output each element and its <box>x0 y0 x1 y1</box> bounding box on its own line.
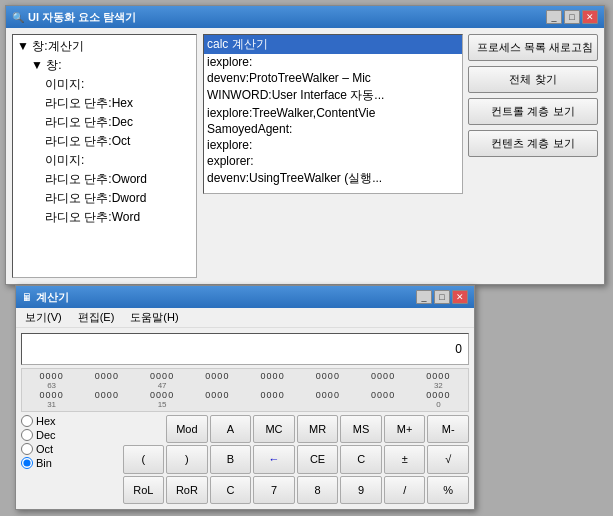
mode-bin-label[interactable]: Bin <box>21 457 76 469</box>
process-item-samoyed[interactable]: SamoyedAgent: <box>204 121 462 137</box>
calc-maximize-button[interactable]: □ <box>434 290 450 304</box>
tree-panel[interactable]: ▼ 창:계산기 ▼ 창: 이미지: 라디오 단추:Hex 라디오 단추:Dec … <box>12 34 197 278</box>
btn-c2[interactable]: C <box>210 476 252 504</box>
calc-icon: 🖩 <box>22 292 32 303</box>
bit-group-32[interactable]: 0000 32 <box>412 371 465 390</box>
calc-title-controls: _ □ ✕ <box>416 290 468 304</box>
btn-lparen[interactable]: ( <box>123 445 165 473</box>
btn-percent[interactable]: % <box>427 476 469 504</box>
btn-7[interactable]: 7 <box>253 476 295 504</box>
bit-group-31[interactable]: 0000 31 <box>25 390 78 409</box>
find-all-button[interactable]: 전체 찾기 <box>468 66 598 93</box>
bit-group-0[interactable]: 0000 0 <box>412 390 465 409</box>
tree-item-hex[interactable]: 라디오 단추:Hex <box>43 94 194 113</box>
bit-group-63[interactable]: 0000 63 <box>25 371 78 390</box>
tree-expand-icon-child: ▼ <box>31 58 46 72</box>
refresh-button[interactable]: 프로세스 목록 새로고침 <box>468 34 598 61</box>
btn-mplus[interactable]: M+ <box>384 415 426 443</box>
process-item-explorer[interactable]: explorer: <box>204 153 462 169</box>
calc-grid: Mod A MC MR MS M+ M- ( ) B ← CE C ± √ Ro… <box>79 415 469 504</box>
calc-display-value: 0 <box>455 342 462 356</box>
bit-group-12[interactable]: 0000 <box>191 390 244 409</box>
btn-rol[interactable]: RoL <box>123 476 165 504</box>
btn-ce[interactable]: CE <box>297 445 339 473</box>
process-item-iexplore1[interactable]: iexplore: <box>204 54 462 70</box>
process-list[interactable]: calc 계산기 iexplore: devenv:ProtoTreeWalke… <box>203 34 463 194</box>
process-item-iexplore2[interactable]: iexplore:TreeWalker,ContentVie <box>204 105 462 121</box>
btn-mr[interactable]: MR <box>297 415 339 443</box>
bit-group-47[interactable]: 0000 47 <box>136 371 189 390</box>
menu-help[interactable]: 도움말(H) <box>127 309 181 326</box>
tree-expand-icon: ▼ <box>17 39 32 53</box>
tree-leaf-items: 이미지: 라디오 단추:Hex 라디오 단추:Dec 라디오 단추:Oct 이미… <box>29 75 194 227</box>
tree-root[interactable]: ▼ 창:계산기 <box>15 37 194 56</box>
bit-group-40[interactable]: 0000 <box>246 371 299 390</box>
btn-empty-4 <box>79 476 121 504</box>
menu-view[interactable]: 보기(V) <box>22 309 65 326</box>
tree-item-oct[interactable]: 라디오 단추:Oct <box>43 132 194 151</box>
buttons-col: 프로세스 목록 새로고침 전체 찾기 컨트롤 계층 보기 컨텐츠 계층 보기 <box>468 34 598 194</box>
btn-a[interactable]: A <box>210 415 252 443</box>
mode-bin-radio[interactable] <box>21 457 33 469</box>
btn-8[interactable]: 8 <box>297 476 339 504</box>
mode-dec-radio[interactable] <box>21 429 33 441</box>
tree-item-image1[interactable]: 이미지: <box>43 75 194 94</box>
btn-empty-1 <box>79 415 121 443</box>
tree-item-dec[interactable]: 라디오 단추:Dec <box>43 113 194 132</box>
btn-c[interactable]: C <box>340 445 382 473</box>
btn-mminus[interactable]: M- <box>427 415 469 443</box>
bit-group-44[interactable]: 0000 <box>191 371 244 390</box>
btn-backspace[interactable]: ← <box>253 445 295 473</box>
mode-hex-radio[interactable] <box>21 415 33 427</box>
process-item-calc[interactable]: calc 계산기 <box>204 35 462 54</box>
btn-rparen[interactable]: ) <box>166 445 208 473</box>
tree-item-oword[interactable]: 라디오 단추:Oword <box>43 170 194 189</box>
calc-close-button[interactable]: ✕ <box>452 290 468 304</box>
control-tree-button[interactable]: 컨트롤 계층 보기 <box>468 98 598 125</box>
bits-section: 0000 63 0000 0000 47 0000 0000 <box>21 368 469 412</box>
explorer-title: UI 자동화 요소 탐색기 <box>28 10 136 25</box>
mode-dec-label[interactable]: Dec <box>21 429 76 441</box>
mode-hex-label[interactable]: Hex <box>21 415 76 427</box>
process-item-winword[interactable]: WINWORD:User Interface 자동... <box>204 86 462 105</box>
mode-oct-label[interactable]: Oct <box>21 443 76 455</box>
calc-body: 0 0000 63 0000 0000 47 0000 <box>16 328 474 509</box>
content-tree-button[interactable]: 컨텐츠 계층 보기 <box>468 130 598 157</box>
menu-edit[interactable]: 편집(E) <box>75 309 118 326</box>
tree-children: ▼ 창: 이미지: 라디오 단추:Hex 라디오 단추:Dec 라디오 단추:O… <box>15 56 194 227</box>
bit-group-60[interactable]: 0000 <box>80 371 133 390</box>
btn-9[interactable]: 9 <box>340 476 382 504</box>
tree-item-dword[interactable]: 라디오 단추:Dword <box>43 189 194 208</box>
btn-ror[interactable]: RoR <box>166 476 208 504</box>
calc-minimize-button[interactable]: _ <box>416 290 432 304</box>
btn-mod[interactable]: Mod <box>166 415 208 443</box>
bit-group-4[interactable]: 0000 <box>301 390 354 409</box>
btn-b[interactable]: B <box>210 445 252 473</box>
bits-row-1: 0000 63 0000 0000 47 0000 0000 <box>25 371 465 390</box>
btn-divide[interactable]: / <box>384 476 426 504</box>
close-button[interactable]: ✕ <box>582 10 598 24</box>
explorer-content: ▼ 창:계산기 ▼ 창: 이미지: 라디오 단추:Hex 라디오 단추:Dec … <box>6 28 604 284</box>
tree-item-word[interactable]: 라디오 단추:Word <box>43 208 194 227</box>
bit-group-36[interactable]: 0000 <box>301 371 354 390</box>
explorer-window: 🔍 UI 자동화 요소 탐색기 _ □ ✕ ▼ 창:계산기 ▼ 창: 이미지: … <box>5 5 605 285</box>
bit-group-15[interactable]: 0000 15 <box>136 390 189 409</box>
title-bar-left: 🔍 UI 자동화 요소 탐색기 <box>12 10 136 25</box>
process-item-devenv2[interactable]: devenv:UsingTreeWalker (실행... <box>204 169 462 188</box>
process-item-devenv1[interactable]: devenv:ProtoTreeWalker – Mic <box>204 70 462 86</box>
bit-group-33[interactable]: 0000 <box>357 371 410 390</box>
bit-group-28[interactable]: 0000 <box>80 390 133 409</box>
bit-group-8[interactable]: 0000 <box>246 390 299 409</box>
bit-group-2[interactable]: 0000 <box>357 390 410 409</box>
tree-item-image2[interactable]: 이미지: <box>43 151 194 170</box>
btn-sqrt[interactable]: √ <box>427 445 469 473</box>
mode-oct-radio[interactable] <box>21 443 33 455</box>
btn-plusminus[interactable]: ± <box>384 445 426 473</box>
btn-mc[interactable]: MC <box>253 415 295 443</box>
right-panel: calc 계산기 iexplore: devenv:ProtoTreeWalke… <box>203 34 598 278</box>
tree-child-root[interactable]: ▼ 창: <box>29 56 194 75</box>
btn-ms[interactable]: MS <box>340 415 382 443</box>
process-item-iexplore3[interactable]: iexplore: <box>204 137 462 153</box>
minimize-button[interactable]: _ <box>546 10 562 24</box>
maximize-button[interactable]: □ <box>564 10 580 24</box>
